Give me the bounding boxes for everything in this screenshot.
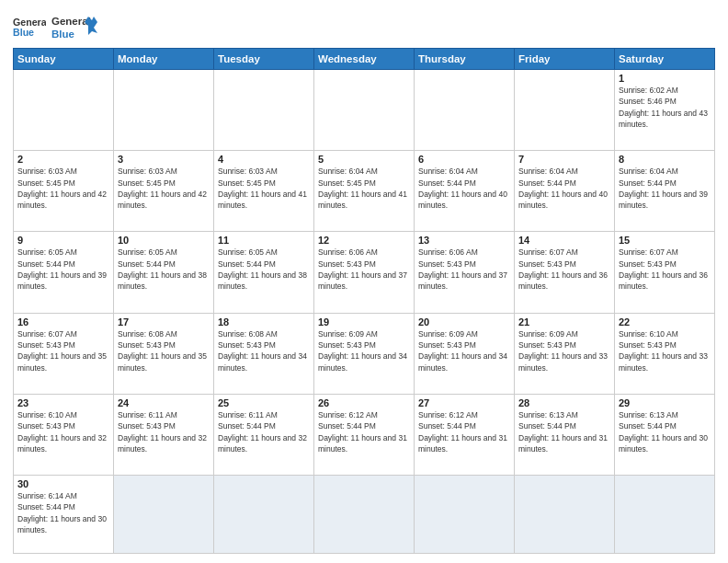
calendar-cell — [515, 70, 615, 151]
calendar-cell: 1Sunrise: 6:02 AMSunset: 5:46 PMDaylight… — [615, 70, 715, 151]
day-number: 8 — [619, 154, 711, 165]
day-info: Sunrise: 6:04 AMSunset: 5:44 PMDaylight:… — [418, 166, 510, 211]
day-number: 22 — [619, 316, 711, 327]
day-number: 6 — [418, 154, 510, 165]
calendar-cell: 30Sunrise: 6:14 AMSunset: 5:44 PMDayligh… — [14, 476, 114, 554]
day-info: Sunrise: 6:08 AMSunset: 5:43 PMDaylight:… — [218, 328, 310, 373]
day-info: Sunrise: 6:11 AMSunset: 5:43 PMDaylight:… — [118, 409, 210, 454]
day-info: Sunrise: 6:07 AMSunset: 5:43 PMDaylight:… — [518, 247, 610, 292]
day-info: Sunrise: 6:09 AMSunset: 5:43 PMDaylight:… — [518, 328, 610, 373]
day-number: 17 — [118, 316, 210, 327]
weekday-header-monday: Monday — [114, 49, 214, 70]
calendar-cell: 23Sunrise: 6:10 AMSunset: 5:43 PMDayligh… — [14, 394, 114, 475]
calendar-cell: 13Sunrise: 6:06 AMSunset: 5:43 PMDayligh… — [415, 232, 515, 313]
logo: General Blue General Blue — [13, 9, 97, 42]
day-number: 27 — [418, 397, 510, 408]
calendar-cell: 7Sunrise: 6:04 AMSunset: 5:44 PMDaylight… — [515, 151, 615, 232]
day-number: 18 — [218, 316, 310, 327]
day-number: 23 — [17, 397, 109, 408]
calendar-week-row: 9Sunrise: 6:05 AMSunset: 5:44 PMDaylight… — [14, 232, 715, 313]
day-info: Sunrise: 6:05 AMSunset: 5:44 PMDaylight:… — [118, 247, 210, 292]
day-info: Sunrise: 6:13 AMSunset: 5:44 PMDaylight:… — [619, 409, 711, 454]
calendar-week-row: 23Sunrise: 6:10 AMSunset: 5:43 PMDayligh… — [14, 394, 715, 475]
calendar-cell — [314, 476, 415, 554]
weekday-header-thursday: Thursday — [415, 49, 515, 70]
weekday-header-friday: Friday — [515, 49, 615, 70]
day-info: Sunrise: 6:06 AMSunset: 5:43 PMDaylight:… — [418, 247, 510, 292]
day-number: 5 — [318, 154, 410, 165]
day-number: 30 — [17, 478, 109, 489]
calendar-cell: 10Sunrise: 6:05 AMSunset: 5:44 PMDayligh… — [114, 232, 214, 313]
day-number: 1 — [619, 73, 711, 84]
day-number: 7 — [518, 154, 610, 165]
calendar-cell: 20Sunrise: 6:09 AMSunset: 5:43 PMDayligh… — [415, 313, 515, 394]
calendar-cell — [114, 476, 214, 554]
day-number: 11 — [218, 235, 310, 246]
calendar-header: SundayMondayTuesdayWednesdayThursdayFrid… — [14, 49, 715, 70]
calendar-cell: 29Sunrise: 6:13 AMSunset: 5:44 PMDayligh… — [615, 394, 715, 475]
calendar-cell — [415, 476, 515, 554]
calendar-cell — [615, 476, 715, 554]
day-number: 9 — [17, 235, 109, 246]
logo-icon: General Blue — [13, 15, 46, 40]
day-number: 3 — [118, 154, 210, 165]
day-info: Sunrise: 6:05 AMSunset: 5:44 PMDaylight:… — [218, 247, 310, 292]
day-info: Sunrise: 6:09 AMSunset: 5:43 PMDaylight:… — [418, 328, 510, 373]
calendar-cell: 12Sunrise: 6:06 AMSunset: 5:43 PMDayligh… — [314, 232, 415, 313]
day-info: Sunrise: 6:03 AMSunset: 5:45 PMDaylight:… — [17, 166, 109, 211]
day-number: 21 — [518, 316, 610, 327]
day-info: Sunrise: 6:12 AMSunset: 5:44 PMDaylight:… — [418, 409, 510, 454]
day-number: 13 — [418, 235, 510, 246]
calendar-body: 1Sunrise: 6:02 AMSunset: 5:46 PMDaylight… — [14, 70, 715, 554]
calendar-cell: 27Sunrise: 6:12 AMSunset: 5:44 PMDayligh… — [415, 394, 515, 475]
calendar-cell: 3Sunrise: 6:03 AMSunset: 5:45 PMDaylight… — [114, 151, 214, 232]
day-number: 2 — [17, 154, 109, 165]
day-number: 4 — [218, 154, 310, 165]
calendar-cell — [114, 70, 214, 151]
header: General Blue General Blue — [13, 9, 715, 42]
day-info: Sunrise: 6:09 AMSunset: 5:43 PMDaylight:… — [318, 328, 410, 373]
calendar-cell: 9Sunrise: 6:05 AMSunset: 5:44 PMDaylight… — [14, 232, 114, 313]
svg-text:Blue: Blue — [51, 29, 74, 40]
day-number: 29 — [619, 397, 711, 408]
day-info: Sunrise: 6:14 AMSunset: 5:44 PMDaylight:… — [17, 490, 109, 535]
calendar-cell: 25Sunrise: 6:11 AMSunset: 5:44 PMDayligh… — [214, 394, 314, 475]
day-info: Sunrise: 6:13 AMSunset: 5:44 PMDaylight:… — [518, 409, 610, 454]
day-info: Sunrise: 6:10 AMSunset: 5:43 PMDaylight:… — [17, 409, 109, 454]
day-info: Sunrise: 6:10 AMSunset: 5:43 PMDaylight:… — [619, 328, 711, 373]
calendar-cell: 17Sunrise: 6:08 AMSunset: 5:43 PMDayligh… — [114, 313, 214, 394]
day-number: 19 — [318, 316, 410, 327]
calendar-cell: 5Sunrise: 6:04 AMSunset: 5:45 PMDaylight… — [314, 151, 415, 232]
weekday-header-wednesday: Wednesday — [314, 49, 415, 70]
day-info: Sunrise: 6:03 AMSunset: 5:45 PMDaylight:… — [118, 166, 210, 211]
svg-text:General: General — [51, 16, 91, 27]
day-number: 16 — [17, 316, 109, 327]
calendar-cell: 14Sunrise: 6:07 AMSunset: 5:43 PMDayligh… — [515, 232, 615, 313]
calendar-cell: 28Sunrise: 6:13 AMSunset: 5:44 PMDayligh… — [515, 394, 615, 475]
day-info: Sunrise: 6:04 AMSunset: 5:44 PMDaylight:… — [518, 166, 610, 211]
calendar-week-row: 16Sunrise: 6:07 AMSunset: 5:43 PMDayligh… — [14, 313, 715, 394]
calendar-cell: 6Sunrise: 6:04 AMSunset: 5:44 PMDaylight… — [415, 151, 515, 232]
calendar-week-row: 30Sunrise: 6:14 AMSunset: 5:44 PMDayligh… — [14, 476, 715, 554]
day-number: 14 — [518, 235, 610, 246]
day-number: 28 — [518, 397, 610, 408]
day-number: 26 — [318, 397, 410, 408]
day-number: 15 — [619, 235, 711, 246]
weekday-header-tuesday: Tuesday — [214, 49, 314, 70]
day-info: Sunrise: 6:11 AMSunset: 5:44 PMDaylight:… — [218, 409, 310, 454]
weekday-header-sunday: Sunday — [14, 49, 114, 70]
calendar-cell: 18Sunrise: 6:08 AMSunset: 5:43 PMDayligh… — [214, 313, 314, 394]
day-info: Sunrise: 6:07 AMSunset: 5:43 PMDaylight:… — [619, 247, 711, 292]
calendar-cell: 26Sunrise: 6:12 AMSunset: 5:44 PMDayligh… — [314, 394, 415, 475]
calendar-cell: 22Sunrise: 6:10 AMSunset: 5:43 PMDayligh… — [615, 313, 715, 394]
calendar-week-row: 2Sunrise: 6:03 AMSunset: 5:45 PMDaylight… — [14, 151, 715, 232]
calendar-cell: 24Sunrise: 6:11 AMSunset: 5:43 PMDayligh… — [114, 394, 214, 475]
calendar-cell — [415, 70, 515, 151]
svg-text:Blue: Blue — [13, 27, 34, 38]
calendar-cell: 2Sunrise: 6:03 AMSunset: 5:45 PMDaylight… — [14, 151, 114, 232]
general-blue-logo-graphic: General Blue — [51, 13, 97, 42]
day-info: Sunrise: 6:08 AMSunset: 5:43 PMDaylight:… — [118, 328, 210, 373]
calendar-cell — [515, 476, 615, 554]
day-info: Sunrise: 6:04 AMSunset: 5:44 PMDaylight:… — [619, 166, 711, 211]
calendar-week-row: 1Sunrise: 6:02 AMSunset: 5:46 PMDaylight… — [14, 70, 715, 151]
